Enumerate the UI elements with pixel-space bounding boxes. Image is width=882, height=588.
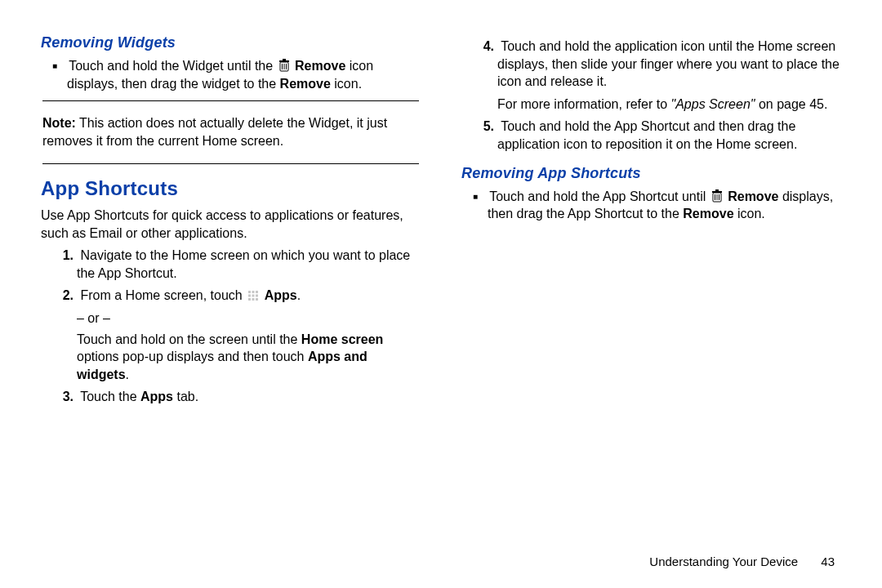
svg-rect-14 (256, 298, 258, 301)
svg-rect-4 (279, 60, 289, 62)
removing-widgets-bullet: Touch and hold the Widget until the Remo… (67, 57, 421, 92)
note-block: Note: This action does not actually dele… (41, 100, 421, 163)
svg-rect-10 (252, 295, 255, 297)
svg-rect-5 (283, 59, 286, 60)
svg-rect-13 (252, 298, 255, 301)
svg-rect-7 (252, 291, 255, 293)
step-4-ref: For more information, refer to "Apps Scr… (497, 96, 841, 114)
trash-icon (711, 189, 723, 203)
step-4: 4. Touch and hold the application icon u… (497, 38, 841, 91)
heading-removing-widgets: Removing Widgets (41, 33, 421, 52)
trash-icon (278, 59, 290, 72)
page-footer: Understanding Your Device 43 (649, 555, 835, 568)
svg-rect-12 (248, 298, 251, 301)
heading-removing-app-shortcuts: Removing App Shortcuts (461, 163, 841, 183)
step-5: 5. Touch and hold the App Shortcut and t… (497, 118, 841, 153)
heading-app-shortcuts: App Shortcuts (41, 176, 421, 202)
svg-rect-6 (248, 291, 251, 293)
app-shortcuts-intro: Use App Shortcuts for quick access to ap… (41, 207, 421, 242)
svg-rect-19 (712, 191, 722, 193)
left-column: Removing Widgets Touch and hold the Widg… (41, 33, 421, 539)
note-text: Note: This action does not actually dele… (42, 114, 419, 149)
step-2: 2. From a Home screen, touch Apps. (77, 287, 421, 305)
step-2-alt: Touch and hold on the screen until the H… (77, 331, 421, 384)
step-2-or: – or – (77, 310, 421, 327)
footer-page-number: 43 (821, 555, 835, 568)
footer-section: Understanding Your Device (649, 555, 798, 568)
hr (42, 100, 419, 101)
step-1: 1. Navigate to the Home screen on which … (77, 247, 421, 282)
svg-rect-20 (715, 189, 719, 191)
svg-rect-9 (248, 295, 251, 297)
step-3: 3. Touch the Apps tab. (77, 388, 421, 406)
right-column: 4. Touch and hold the application icon u… (461, 33, 841, 539)
svg-rect-8 (256, 291, 258, 293)
svg-rect-11 (256, 295, 258, 297)
hr (42, 163, 419, 164)
removing-app-shortcuts-bullet: Touch and hold the App Shortcut until Re… (488, 188, 841, 223)
apps-grid-icon (247, 290, 259, 301)
